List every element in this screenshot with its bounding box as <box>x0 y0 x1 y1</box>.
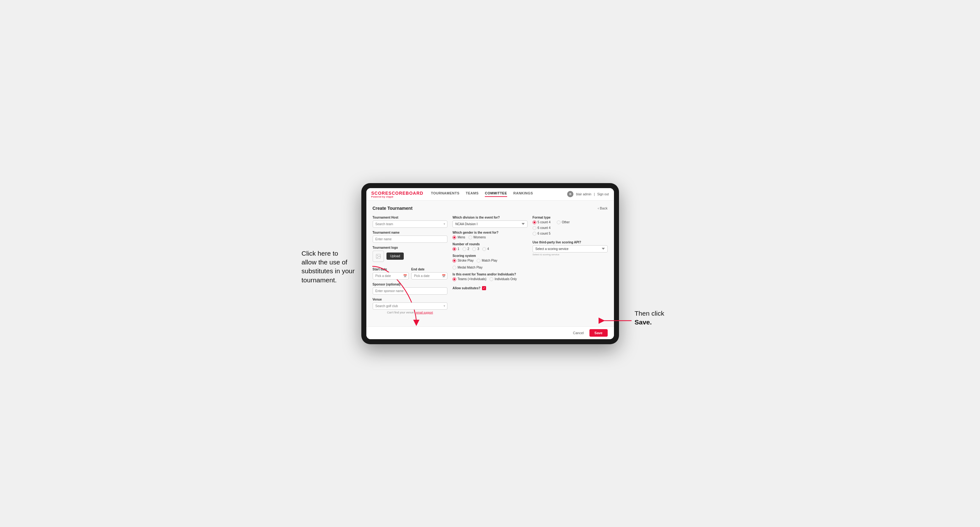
nav-committee[interactable]: COMMITTEE <box>485 191 507 197</box>
rounds-1-radio[interactable] <box>452 247 456 251</box>
scoring-medal[interactable]: Medal Match Play <box>452 266 482 270</box>
nav-teams[interactable]: TEAMS <box>466 191 479 197</box>
form-col-right: Format type 5 count 4 <box>533 216 608 314</box>
scoring-api-select[interactable]: Select a scoring service <box>533 245 608 252</box>
rounds-section: Number of rounds 1 2 <box>452 243 528 251</box>
page-header: Create Tournament Back <box>373 206 608 211</box>
logo-powered: Powered by clippd <box>371 196 423 198</box>
save-button[interactable]: Save <box>589 329 608 337</box>
event-for-section: Is this event for Teams and/or Individua… <box>452 273 528 281</box>
format-row-1: 5 count 4 Other <box>533 221 608 224</box>
sign-out-link[interactable]: Sign out <box>597 192 609 196</box>
gender-mens[interactable]: Mens <box>452 235 465 239</box>
gender-mens-radio[interactable] <box>452 235 456 239</box>
venue-section: Venue ▼ Can't find your venue? email sup… <box>373 298 448 314</box>
rounds-2[interactable]: 2 <box>463 247 469 251</box>
tournament-host-input[interactable] <box>373 221 448 228</box>
event-individuals-radio[interactable] <box>490 277 493 281</box>
host-dropdown-icon: ▼ <box>443 223 445 225</box>
scoring-match[interactable]: Match Play <box>477 259 497 263</box>
start-date-section: Start date 📅 <box>373 268 409 279</box>
venue-label: Venue <box>373 298 448 301</box>
tablet-device: SCORESCOREBOARD Powered by clippd TOURNA… <box>361 183 619 344</box>
format-6count4[interactable]: 6 count 4 <box>533 226 608 230</box>
gender-womens-radio[interactable] <box>468 235 472 239</box>
logo: SCORESCOREBOARD Powered by clippd <box>371 190 423 198</box>
venue-dropdown-icon: ▼ <box>443 305 445 308</box>
cancel-button[interactable]: Cancel <box>570 329 587 337</box>
logo-text: SCORESCOREBOARD <box>371 190 423 196</box>
tournament-name-label: Tournament name <box>373 231 448 234</box>
venue-input[interactable] <box>373 302 448 310</box>
gender-radio-group: Mens Womens <box>452 235 528 239</box>
end-date-wrap: 📅 <box>411 272 447 279</box>
rounds-3[interactable]: 3 <box>472 247 479 251</box>
scoring-stroke-radio[interactable] <box>452 259 456 263</box>
tournament-name-input[interactable] <box>373 235 448 243</box>
sponsor-input[interactable] <box>373 287 448 295</box>
rounds-4-radio[interactable] <box>482 247 486 251</box>
gender-section: Which gender is the event for? Mens Wome… <box>452 231 528 239</box>
nav-rankings[interactable]: RANKINGS <box>514 191 533 197</box>
format-5count4-radio[interactable] <box>533 221 536 224</box>
sponsor-label: Sponsor (optional) <box>373 283 448 286</box>
scoring-match-radio[interactable] <box>477 259 480 263</box>
annotation-left: Click here to allow the use of substitut… <box>302 249 371 284</box>
tournament-host-section: Tournament Host ▼ <box>373 216 448 228</box>
back-button[interactable]: Back <box>598 206 607 210</box>
start-date-wrap: 📅 <box>373 272 409 279</box>
nav-separator: | <box>594 192 595 196</box>
allow-substitutes-section: Allow substitutes? ✓ <box>452 284 528 290</box>
format-6count5[interactable]: 6 count 5 <box>533 232 608 235</box>
username: blair admin <box>576 192 591 196</box>
event-for-label: Is this event for Teams and/or Individua… <box>452 273 528 276</box>
format-6count4-radio[interactable] <box>533 226 536 230</box>
division-label: Which division is the event for? <box>452 216 528 219</box>
scoring-api-hint: Select & scoring service <box>533 253 608 256</box>
scoring-api-label: Use third-party live scoring API? <box>533 241 608 244</box>
start-date-calendar-icon: 📅 <box>403 274 407 278</box>
page-title: Create Tournament <box>373 206 412 211</box>
rounds-2-radio[interactable] <box>463 247 466 251</box>
format-other[interactable]: Other <box>557 221 570 224</box>
end-date-label: End date <box>411 268 447 271</box>
tournament-logo-section: Tournament logo <box>373 246 448 262</box>
scoring-stroke[interactable]: Stroke Play <box>452 259 474 263</box>
event-teams[interactable]: Teams (+Individuals) <box>452 277 487 281</box>
end-date-section: End date 📅 <box>411 268 447 279</box>
nav-links: TOURNAMENTS TEAMS COMMITTEE RANKINGS <box>431 191 567 197</box>
format-other-radio[interactable] <box>557 221 560 224</box>
upload-button[interactable]: Upload <box>387 252 404 260</box>
format-type-section: Format type 5 count 4 <box>533 216 608 235</box>
scoring-medal-radio[interactable] <box>452 266 456 270</box>
logo-placeholder-icon <box>373 251 384 262</box>
division-select[interactable]: NCAA Division I <box>452 221 528 228</box>
sponsor-section: Sponsor (optional) <box>373 283 448 295</box>
venue-hint: Can't find your venue? email support <box>373 311 448 314</box>
date-row: Start date 📅 End date <box>373 268 448 279</box>
event-teams-radio[interactable] <box>452 277 456 281</box>
nav-tournaments[interactable]: TOURNAMENTS <box>431 191 459 197</box>
form-col-left: Tournament Host ▼ Tournament name <box>373 216 448 314</box>
rounds-1[interactable]: 1 <box>452 247 459 251</box>
form-grid: Tournament Host ▼ Tournament name <box>373 216 608 314</box>
start-date-label: Start date <box>373 268 409 271</box>
nav-user-area: B blair admin | Sign out <box>567 191 609 197</box>
email-support-link[interactable]: email support <box>416 311 433 314</box>
scoring-section: Scoring system Stroke Play Match Play <box>452 254 528 270</box>
scoring-api-section: Use third-party live scoring API? Select… <box>533 241 608 256</box>
event-individuals[interactable]: Individuals Only <box>490 277 517 281</box>
format-type-label: Format type <box>533 216 608 219</box>
format-5count4[interactable]: 5 count 4 <box>533 221 550 224</box>
rounds-4[interactable]: 4 <box>482 247 489 251</box>
division-section: Which division is the event for? NCAA Di… <box>452 216 528 228</box>
allow-substitutes-checkbox[interactable]: ✓ <box>482 286 486 290</box>
rounds-radio-group: 1 2 3 <box>452 247 528 251</box>
avatar: B <box>567 191 573 197</box>
format-6count5-radio[interactable] <box>533 232 536 235</box>
gender-womens[interactable]: Womens <box>468 235 486 239</box>
tournament-logo-label: Tournament logo <box>373 246 448 249</box>
gender-label: Which gender is the event for? <box>452 231 528 234</box>
rounds-3-radio[interactable] <box>472 247 476 251</box>
format-options-group: 5 count 4 Other <box>533 221 608 235</box>
